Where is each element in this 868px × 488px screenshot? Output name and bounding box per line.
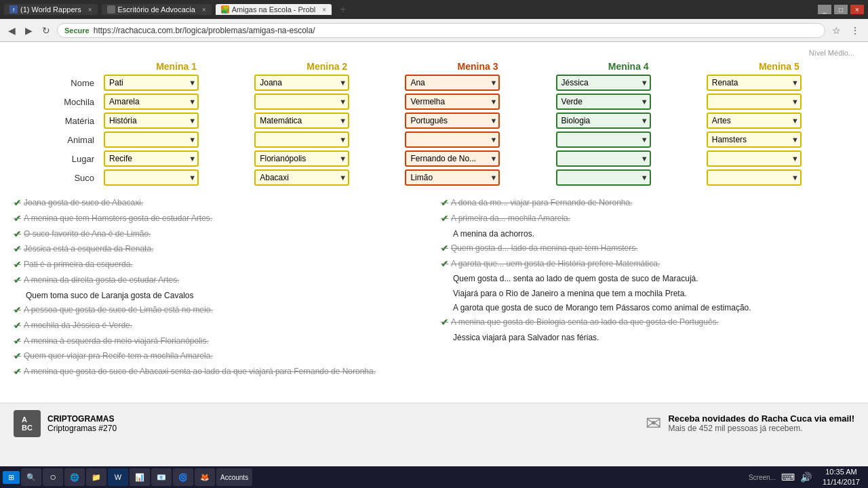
taskbar-ie[interactable]: 🌐	[64, 468, 85, 486]
fb-icon: f	[9, 5, 18, 14]
clue-left-2: ✔O suco favorito de Ana é de Limão.	[14, 228, 427, 242]
clue-text: A menina da direita gosta de estudar Art…	[24, 274, 179, 287]
taskbar-teams[interactable]: 📊	[130, 468, 150, 486]
crypto-subtitle: Criptogramas #270	[47, 424, 117, 433]
select-r5-c1[interactable]: Abacaxi	[254, 169, 349, 186]
select-r5-c3[interactable]	[556, 169, 651, 186]
clue-text: Quem quer viajar pra Recife tem a mochil…	[24, 350, 213, 363]
select-wrap-r2-c2: Português▼	[405, 113, 500, 129]
taskbar-outlook[interactable]: 📧	[151, 468, 172, 486]
taskbar-explorer[interactable]: 📁	[86, 468, 106, 486]
back-button[interactable]: ◀	[5, 24, 18, 37]
select-r0-c0[interactable]: Pati	[104, 75, 199, 91]
select-wrap-r5-c4: ▼	[707, 169, 802, 186]
title-tab-puzzle[interactable]: 🧩 Amigas na Escola - Probl ×	[216, 4, 332, 15]
minimize-button[interactable]: _	[818, 5, 831, 14]
clue-text: A garota que... uem gosta de História pr…	[451, 258, 660, 270]
taskbar-chrome[interactable]: 🌀	[173, 468, 193, 486]
select-r2-c2[interactable]: Português	[405, 113, 500, 129]
email-title: Receba novidades do Racha Cuca via email…	[668, 413, 854, 424]
star-button[interactable]: ☆	[829, 24, 844, 37]
clock-time: 10:35 AM	[823, 467, 860, 477]
clue-check: ✔	[441, 316, 448, 330]
select-r4-c4[interactable]	[707, 150, 802, 167]
select-wrap-r0-c2: Ana▼	[405, 75, 500, 91]
clue-right-4: ✔A garota que... uem gosta de História p…	[441, 258, 854, 272]
select-r2-c3[interactable]: Biologia	[556, 113, 651, 129]
taskbar-cortana[interactable]: ○	[43, 468, 63, 486]
select-wrap-r1-c4: ▼	[707, 94, 802, 110]
clue-text: A menina à esquerda do meio viajará Flor…	[24, 335, 209, 348]
select-r3-c1[interactable]	[254, 131, 349, 148]
clue-right-8: ✔A menina que gosta de Biologia senta ao…	[441, 316, 854, 330]
taskbar-firefox[interactable]: 🦊	[195, 468, 215, 486]
select-r4-c0[interactable]: Recife	[104, 150, 199, 167]
clues-section: ✔Joana gosta de suco de Abacaxi.✔A menin…	[14, 197, 854, 381]
clue-text: A garota que gosta de suco de Morango te…	[453, 302, 751, 314]
close-button[interactable]: ×	[850, 5, 864, 14]
clue-check: ✔	[441, 242, 448, 256]
select-r0-c2[interactable]: Ana	[405, 75, 500, 91]
taskbar-search[interactable]: 🔍	[21, 468, 41, 486]
select-r3-c0[interactable]	[104, 131, 199, 148]
select-r2-c1[interactable]: Matemática	[254, 113, 349, 129]
select-r1-c3[interactable]: Verde	[556, 94, 651, 110]
select-r4-c2[interactable]: Fernando de No...	[405, 150, 500, 167]
clue-left-11: ✔A menina que gosta do suco de Abacaxi s…	[14, 365, 427, 380]
select-r5-c2[interactable]: Limão	[405, 169, 500, 186]
select-wrap-r4-c4: ▼	[707, 150, 802, 167]
select-r0-c1[interactable]: Joana	[254, 75, 349, 91]
clue-text: A mochila da Jéssica é Verde.	[24, 319, 132, 332]
email-subtitle: Mais de 452 mil pessoas já recebem.	[668, 424, 854, 433]
select-r1-c4[interactable]	[707, 94, 802, 110]
clues-right: ✔A dona da mo... viajar para Fernando de…	[441, 197, 854, 381]
select-r5-c0[interactable]	[104, 169, 199, 186]
clue-check: ✔	[14, 258, 21, 272]
clue-text: Joana gosta de suco de Abacaxi.	[24, 197, 143, 209]
select-r2-c4[interactable]: Artes	[707, 113, 802, 129]
clue-text: Quem gosta d... lado da menina que tem H…	[451, 242, 637, 255]
new-tab-button[interactable]: +	[336, 3, 350, 16]
select-wrap-r4-c0: Recife▼	[104, 150, 199, 167]
select-r3-c4[interactable]: Hamsters	[707, 131, 802, 148]
select-wrap-r5-c3: ▼	[556, 169, 651, 186]
clue-check: ✔	[14, 304, 21, 318]
tab1-close[interactable]: ×	[88, 6, 92, 14]
select-r4-c3[interactable]	[556, 150, 651, 167]
taskbar-word[interactable]: W	[108, 468, 128, 486]
clue-check: ✔	[14, 228, 21, 242]
clue-check: ✔	[14, 212, 21, 226]
select-r1-c0[interactable]: Amarela	[104, 94, 199, 110]
select-r5-c4[interactable]	[707, 169, 802, 186]
select-wrap-r1-c1: ▼	[254, 94, 349, 110]
select-r2-c0[interactable]: História	[104, 113, 199, 129]
title-tab-adv[interactable]: Escritório de Advocacia ×	[102, 4, 212, 15]
row-label-3: Animal	[14, 130, 101, 149]
row-label-5: Suco	[14, 168, 101, 187]
tab3-close[interactable]: ×	[322, 6, 326, 14]
select-wrap-r2-c1: Matemática▼	[254, 113, 349, 129]
clue-left-0: ✔Joana gosta de suco de Abacaxi.	[14, 197, 427, 211]
select-r3-c2[interactable]	[405, 131, 500, 148]
menu-button[interactable]: ⋮	[848, 24, 863, 37]
forward-button[interactable]: ▶	[22, 24, 35, 37]
secure-label: Secure	[64, 26, 90, 35]
email-icon: ✉	[646, 412, 661, 434]
select-r3-c3[interactable]	[556, 131, 651, 148]
col-header-3: Menina 3	[458, 61, 498, 76]
select-r0-c3[interactable]: Jéssica	[556, 75, 651, 91]
taskbar-keyboard: ⌨	[781, 472, 795, 483]
taskbar: ⊞ 🔍 ○ 🌐 📁 W 📊 📧 🌀 🦊 Accounts Screen... ⌨…	[0, 466, 868, 488]
url-bar[interactable]: Secure https://rachacuca.com.br/logica/p…	[57, 23, 825, 38]
taskbar-accounts[interactable]: Accounts	[216, 468, 252, 486]
reload-button[interactable]: ↻	[39, 24, 53, 37]
title-tab-fb[interactable]: f (1) World Rappers ×	[4, 4, 98, 15]
tab2-close[interactable]: ×	[202, 6, 206, 14]
select-r4-c1[interactable]: Florianópolis	[254, 150, 349, 167]
select-r1-c2[interactable]: Vermelha	[405, 94, 500, 110]
select-r0-c4[interactable]: Renata	[707, 75, 802, 91]
start-button[interactable]: ⊞	[3, 471, 20, 484]
select-r1-c1[interactable]	[254, 94, 349, 110]
title-bar: f (1) World Rappers × Escritório de Advo…	[0, 0, 868, 19]
restore-button[interactable]: □	[834, 5, 848, 14]
